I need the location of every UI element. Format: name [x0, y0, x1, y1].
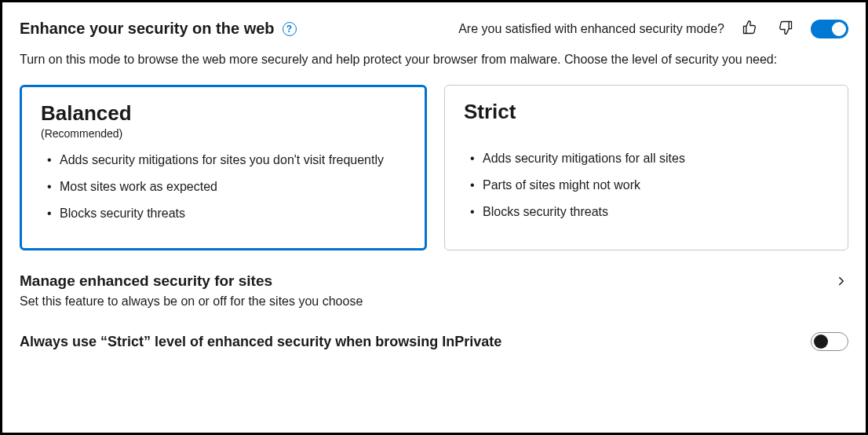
list-item: Adds security mitigations for all sites [467, 149, 829, 168]
manage-sites-title: Manage enhanced security for sites [20, 272, 272, 290]
list-item: Most sites work as expected [44, 177, 406, 196]
feedback-prompt: Are you satisfied with enhanced security… [458, 22, 724, 36]
inprivate-strict-title: Always use “Strict” level of enhanced se… [20, 334, 501, 350]
list-item: Blocks security threats [44, 204, 406, 223]
inprivate-strict-toggle[interactable] [811, 332, 848, 351]
strict-subtitle [464, 126, 829, 138]
list-item: Blocks security threats [467, 203, 829, 221]
manage-sites-row[interactable]: Manage enhanced security for sites [20, 272, 848, 290]
thumbs-down-button[interactable] [775, 16, 797, 41]
list-item: Adds security mitigations for sites you … [44, 151, 406, 170]
chevron-right-icon [834, 274, 848, 288]
thumbs-down-icon [778, 20, 793, 38]
manage-sites-description: Set this feature to always be on or off … [20, 294, 848, 309]
help-icon[interactable]: ? [283, 22, 297, 36]
security-level-balanced-card[interactable]: Balanced (Recommended) Adds security mit… [20, 85, 427, 250]
section-description: Turn on this mode to browse the web more… [20, 50, 848, 69]
balanced-title: Balanced [41, 101, 406, 126]
list-item: Parts of sites might not work [467, 176, 829, 195]
security-level-strict-card[interactable]: Strict Adds security mitigations for all… [444, 85, 848, 250]
enhance-security-toggle[interactable] [811, 20, 848, 38]
thumbs-up-button[interactable] [739, 16, 760, 41]
strict-title: Strict [464, 100, 829, 124]
thumbs-up-icon [742, 20, 757, 38]
section-title: Enhance your security on the web [20, 20, 275, 38]
balanced-subtitle: (Recommended) [41, 127, 406, 140]
